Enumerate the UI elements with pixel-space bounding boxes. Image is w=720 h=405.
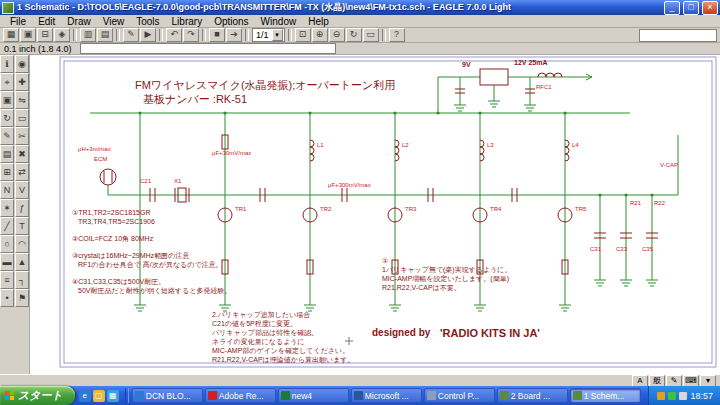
search-input[interactable] <box>639 29 717 42</box>
part-label-tr4: TR4 <box>490 206 502 212</box>
quicklaunch-folder-icon[interactable] <box>93 390 105 402</box>
ime-options-chevron-icon[interactable] <box>700 375 716 387</box>
task-label: DCN BLO... <box>146 391 191 401</box>
ime-pen-icon[interactable] <box>666 375 682 387</box>
tray-icon-2[interactable] <box>668 392 676 400</box>
tool-add-icon[interactable] <box>0 163 14 181</box>
tool-circle-icon[interactable] <box>0 235 14 253</box>
ime-conversion-mode[interactable]: 般 <box>649 375 665 387</box>
menu-view[interactable]: View <box>97 16 131 27</box>
tool-display-icon[interactable] <box>15 55 29 73</box>
tool-junction-icon[interactable] <box>0 289 14 307</box>
note-bottom-line: ネライの変化量になるように <box>212 337 305 346</box>
stop-icon[interactable] <box>209 28 225 42</box>
menu-help[interactable]: Help <box>302 16 335 27</box>
taskbar-task-schematic[interactable]: 1 Schem... <box>570 388 641 403</box>
open-icon[interactable] <box>3 28 19 42</box>
menu-tools[interactable]: Tools <box>130 16 165 27</box>
tool-net-icon[interactable] <box>15 271 29 289</box>
tray-icon-3[interactable] <box>679 392 687 400</box>
small-note-2: μF+30mV/max <box>212 150 251 156</box>
note-left-line: TR3,TR4,TR5=2SC1906 <box>78 218 155 225</box>
quicklaunch-desktop-icon[interactable] <box>107 390 119 402</box>
taskbar-task-control-panel[interactable]: Control P... <box>424 388 495 403</box>
tool-polygon-icon[interactable] <box>15 253 29 271</box>
print-icon[interactable] <box>37 28 53 42</box>
redo-icon[interactable] <box>183 28 199 42</box>
notes-right: ① 1バリキャップ無で(楽)実現するように。 MIC-AMP増幅を設定いたします… <box>382 257 512 292</box>
tool-label-icon[interactable] <box>15 289 29 307</box>
menu-library[interactable]: Library <box>166 16 209 27</box>
ime-input-mode[interactable]: A <box>632 375 648 387</box>
zoom-select-icon[interactable] <box>363 28 379 42</box>
maximize-button[interactable] <box>683 1 699 15</box>
quicklaunch-browser-icon[interactable] <box>79 390 91 402</box>
tool-wire-icon[interactable] <box>0 217 14 235</box>
eagle-schematic-icon <box>573 391 582 400</box>
part-label-r22: R22 <box>654 200 666 206</box>
note-right-line: ① <box>382 257 388 264</box>
system-tray: 18:57 <box>648 386 720 405</box>
tool-info-icon[interactable] <box>0 55 14 73</box>
taskbar-task-adobe[interactable]: Adobe Re... <box>205 388 276 403</box>
tool-copy-icon[interactable] <box>0 91 14 109</box>
tool-smash-icon[interactable] <box>0 199 14 217</box>
tool-arc-icon[interactable] <box>15 235 29 253</box>
coordinate-bar: 0.1 inch (1.8 4.0) <box>0 43 720 55</box>
board-switch-icon[interactable] <box>80 28 96 42</box>
minimize-button[interactable] <box>664 1 680 15</box>
taskbar-task-microsoft[interactable]: Microsoft ... <box>351 388 422 403</box>
library-icon[interactable] <box>97 28 113 42</box>
save-icon[interactable] <box>20 28 36 42</box>
taskbar-task-new4[interactable]: new4 <box>278 388 349 403</box>
script-icon[interactable] <box>123 28 139 42</box>
menu-window[interactable]: Window <box>255 16 303 27</box>
menu-draw[interactable]: Draw <box>61 16 96 27</box>
tool-name-icon[interactable] <box>0 181 14 199</box>
toolbar-separator <box>288 29 292 41</box>
task-label: Control P... <box>438 391 479 401</box>
taskbar-task-dcn[interactable]: DCN BLO... <box>132 388 203 403</box>
tool-mirror-icon[interactable] <box>15 91 29 109</box>
tool-group-icon[interactable] <box>15 109 29 127</box>
sheet-selector[interactable]: 1/1 <box>252 28 285 42</box>
part-label-l4: L4 <box>572 142 579 148</box>
tool-mark-icon[interactable] <box>0 73 14 91</box>
undo-icon[interactable] <box>166 28 182 42</box>
start-button[interactable]: スタート <box>0 386 75 405</box>
tool-invoke-icon[interactable] <box>15 199 29 217</box>
menu-edit[interactable]: Edit <box>32 16 61 27</box>
run-icon[interactable] <box>140 28 156 42</box>
zoom-fit-icon[interactable] <box>295 28 311 42</box>
command-line-input[interactable] <box>80 43 336 54</box>
tool-delete-icon[interactable] <box>15 145 29 163</box>
help-icon[interactable] <box>389 28 405 42</box>
taskbar-task-board[interactable]: 2 Board ... <box>497 388 568 403</box>
tool-value-icon[interactable] <box>15 181 29 199</box>
ime-keyboard-icon[interactable] <box>683 375 699 387</box>
tool-bus-icon[interactable] <box>0 271 14 289</box>
go-icon[interactable] <box>226 28 242 42</box>
tray-icon-1[interactable] <box>657 392 665 400</box>
tool-pinswap-icon[interactable] <box>15 163 29 181</box>
notes-bottom: 2.バリキャップ追加したい場合 C21の値を5P程度に変更。 バリキャップ部品は… <box>211 311 355 364</box>
tool-cut-icon[interactable] <box>15 127 29 145</box>
zoom-in-icon[interactable] <box>312 28 328 42</box>
zoom-out-icon[interactable] <box>329 28 345 42</box>
taskbar-clock[interactable]: 18:57 <box>690 391 713 401</box>
tool-move-icon[interactable] <box>15 73 29 91</box>
toolbar-separator <box>159 29 163 41</box>
menu-options[interactable]: Options <box>208 16 254 27</box>
cam-processor-icon[interactable] <box>54 28 70 42</box>
tool-text-icon[interactable] <box>15 217 29 235</box>
close-button[interactable] <box>702 1 718 15</box>
note-bottom-line: MIC-AMP部のゲインを確定してください。 <box>212 347 349 355</box>
tool-paste-icon[interactable] <box>0 145 14 163</box>
menu-file[interactable]: File <box>4 16 32 27</box>
part-label-tr5: TR5 <box>575 206 587 212</box>
schematic-canvas[interactable]: FMワイヤレスマイク(水晶発振);オーバートーン利用 基板ナンバー :RK-51… <box>30 55 720 374</box>
zoom-redraw-icon[interactable] <box>346 28 362 42</box>
tool-rotate-icon[interactable] <box>0 109 14 127</box>
tool-change-icon[interactable] <box>0 127 14 145</box>
tool-rect-icon[interactable] <box>0 253 14 271</box>
